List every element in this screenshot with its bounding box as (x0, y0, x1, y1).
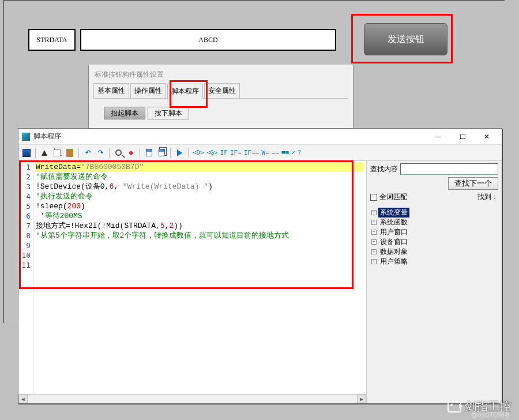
tree-item-label: 数据对象 (378, 247, 409, 257)
expand-icon[interactable]: + (371, 210, 377, 215)
toolbar-separator (35, 148, 36, 158)
expand-icon[interactable]: + (371, 230, 377, 235)
toolbar-separator (109, 148, 110, 158)
horizontal-scrollbar[interactable]: ◄ ► (18, 394, 366, 403)
toolbar-text-button[interactable]: ? (296, 149, 303, 156)
toolbar-text-button[interactable]: IF= (229, 149, 243, 156)
find-icon[interactable] (112, 147, 124, 159)
side-panel: 查找内容 查找下一个 全词匹配 找到： +系统变量+系统函数+用户窗口+设备窗口… (367, 161, 502, 403)
whole-word-checkbox[interactable] (370, 194, 377, 201)
bookmark-icon[interactable]: ◆ (125, 147, 137, 159)
toolbar-text-button[interactable]: ✓ (290, 149, 296, 156)
tree-item[interactable]: +系统函数 (370, 217, 498, 227)
minimize-button[interactable]: ─ (427, 130, 450, 143)
find-input[interactable] (400, 163, 498, 175)
page-icon[interactable] (143, 147, 155, 159)
property-dialog-title: 标准按钮构件属性设置 (89, 65, 353, 83)
toolbar-separator (188, 148, 189, 158)
scroll-left-icon[interactable]: ◄ (18, 395, 28, 403)
script-subtabs: 抬起脚本 按下脚本 (104, 107, 353, 119)
toolbar-text-button[interactable]: W= (260, 149, 270, 156)
tab-basic[interactable]: 基本属性 (93, 83, 129, 98)
scroll-right-icon[interactable]: ► (357, 395, 366, 403)
tree-item-label: 系统变量 (378, 208, 409, 217)
toolbar-separator (140, 148, 140, 158)
editor-title: 脚本程序 (33, 132, 427, 141)
cut-icon[interactable] (39, 147, 50, 159)
tree-item-label: 系统函数 (378, 217, 409, 227)
editor-toolbar: ↶ ↷ ◆ <D><G>IFIF=IF==W===≡≡✓? (18, 145, 502, 161)
tree-item[interactable]: +用户窗口 (370, 227, 498, 237)
watermark-sub: @51CTO博客 (472, 410, 511, 419)
tree-item[interactable]: +数据对象 (370, 247, 498, 257)
toolbar-separator (170, 148, 171, 158)
pages-icon[interactable] (156, 147, 167, 159)
scroll-track[interactable] (28, 395, 357, 403)
toolbar-text-button[interactable]: == (270, 149, 280, 156)
save-icon[interactable] (21, 147, 32, 159)
tree-item-label: 用户策略 (378, 257, 409, 267)
whole-word-label: 全词匹配 (379, 192, 407, 202)
toolbar-text-button[interactable]: <G> (205, 149, 219, 156)
property-tabs: 基本属性 操作属性 脚本程序 安全属性 (93, 83, 348, 99)
undo-icon[interactable]: ↶ (82, 147, 93, 159)
symbol-tree[interactable]: +系统变量+系统函数+用户窗口+设备窗口+数据对象+用户策略 (370, 208, 498, 401)
toolbar-text-button[interactable]: <D> (191, 149, 205, 156)
maximize-button[interactable]: ☐ (451, 130, 474, 143)
redo-icon[interactable]: ↷ (95, 147, 106, 159)
paste-icon[interactable] (64, 147, 76, 159)
tab-security[interactable]: 安全属性 (204, 83, 240, 98)
tab-operate[interactable]: 操作属性 (130, 83, 166, 98)
highlight-code-block (19, 160, 353, 289)
toolbar-text-button[interactable]: ≡≡ (280, 149, 290, 156)
highlight-script-tab (170, 80, 208, 108)
toolbar-separator (78, 148, 79, 158)
subtab-release-script[interactable]: 抬起脚本 (104, 107, 145, 119)
strdata-label: STRDATA (28, 29, 76, 51)
find-label: 查找内容 (370, 164, 398, 174)
run-icon[interactable] (174, 147, 185, 159)
copy-icon[interactable] (51, 147, 63, 159)
tree-item[interactable]: +设备窗口 (370, 237, 498, 247)
close-button[interactable]: ✕ (475, 130, 498, 143)
tree-item[interactable]: +用户策略 (370, 257, 498, 267)
subtab-press-script[interactable]: 按下脚本 (148, 107, 189, 119)
toolbar-text-button[interactable]: IF== (243, 149, 261, 156)
tree-item-label: 用户窗口 (378, 227, 409, 237)
found-label: 找到： (477, 192, 498, 202)
tree-item-label: 设备窗口 (378, 237, 409, 247)
property-dialog: 标准按钮构件属性设置 基本属性 操作属性 脚本程序 安全属性 抬起脚本 按下脚本 (88, 65, 353, 129)
strdata-value-box[interactable]: ABCD (80, 29, 336, 51)
toolbar-text-button[interactable]: IF (219, 149, 229, 156)
expand-icon[interactable]: + (371, 220, 377, 225)
expand-icon[interactable]: + (371, 259, 377, 264)
expand-icon[interactable]: + (371, 239, 377, 245)
expand-icon[interactable]: + (371, 249, 377, 254)
app-icon (22, 133, 30, 141)
highlight-send-button (351, 14, 453, 63)
find-next-button[interactable]: 查找下一个 (448, 177, 498, 190)
tree-item[interactable]: +系统变量 (370, 208, 498, 217)
editor-titlebar[interactable]: 脚本程序 ─ ☐ ✕ (18, 129, 502, 145)
